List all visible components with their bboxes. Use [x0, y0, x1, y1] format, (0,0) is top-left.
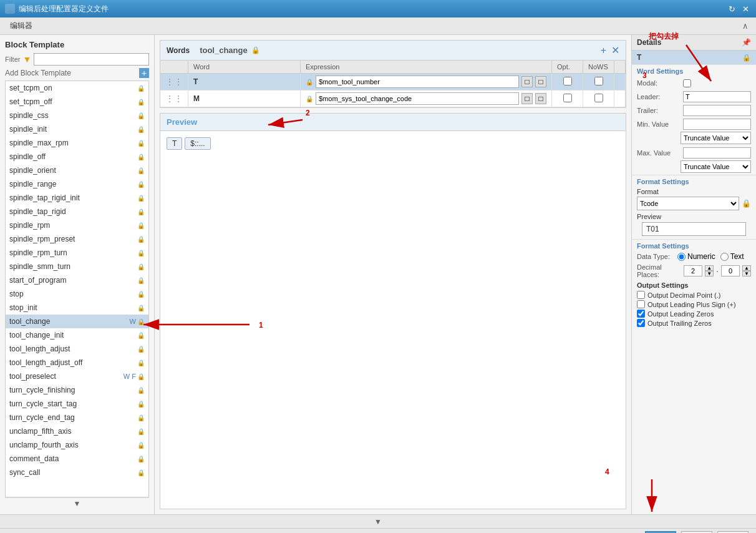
nows-checkbox[interactable]	[594, 77, 603, 86]
text-radio[interactable]	[720, 253, 729, 261]
sidebar-item[interactable]: stop_init🔒	[6, 301, 148, 315]
sidebar-item[interactable]: tool_length_adjust_off🔒	[6, 356, 148, 369]
sidebar-item[interactable]: spindle_off🔒	[6, 150, 148, 164]
sidebar-item[interactable]: spindle_range🔒	[6, 177, 148, 191]
editor-menu[interactable]: 编辑器	[5, 18, 37, 34]
trailer-label: Trailer:	[637, 107, 681, 114]
sidebar-item[interactable]: stop🔒	[6, 287, 148, 301]
bottom-scroll-bar[interactable]: ▼	[0, 514, 756, 528]
lock-icon: 🔒	[137, 332, 145, 339]
confirm-button[interactable]: 确定	[645, 531, 676, 534]
sidebar-item[interactable]: comment_data🔒	[6, 452, 148, 466]
close-word-button[interactable]: ✕	[611, 44, 619, 56]
max-truncate-select[interactable]: Truncate Value	[681, 160, 751, 173]
expression-input[interactable]	[316, 76, 519, 88]
main-container: Block Template Filter ▼ Add Block Templa…	[0, 35, 756, 514]
sidebar-item[interactable]: spindle_init🔒	[6, 122, 148, 136]
expr-lock-icon: 🔒	[306, 79, 313, 86]
numeric-radio[interactable]	[677, 253, 686, 261]
sidebar-item[interactable]: set_tcpm_on🔒	[6, 81, 148, 95]
numeric-radio-label[interactable]: Numeric	[677, 252, 715, 261]
close-button[interactable]: ✕	[740, 3, 751, 14]
scroll-down-arrow[interactable]: ▼	[5, 497, 149, 509]
output-plus-row: Output Leading Plus Sign (+)	[637, 300, 751, 309]
title-text: 编辑后处理配置器定义文件	[19, 4, 109, 14]
sidebar-item[interactable]: turn_cycle_start_tag🔒	[6, 397, 148, 411]
sidebar-item[interactable]: start_of_program🔒	[6, 273, 148, 287]
sidebar-item[interactable]: turn_cycle_end_tag🔒	[6, 411, 148, 424]
col-word-header: Word	[188, 61, 301, 74]
decimal2-spin-down[interactable]: ▼	[742, 271, 751, 276]
lock-icon: 🔒	[137, 208, 145, 215]
opt-checkbox[interactable]	[563, 94, 572, 102]
modal-label: Modal:	[637, 79, 681, 87]
modal-checkbox[interactable]	[683, 79, 691, 87]
expr-btn1[interactable]: □	[521, 76, 533, 87]
sidebar-item[interactable]: spindle_tap_rigid_init🔒	[6, 191, 148, 205]
min-value-input[interactable]	[683, 119, 751, 130]
sidebar-item[interactable]: unclamp_fourth_axis🔒	[6, 438, 148, 452]
sidebar-item[interactable]: sync_call🔒	[6, 466, 148, 479]
lock-icon: 🔒	[137, 112, 145, 119]
sidebar-item[interactable]: spindle_orient🔒	[6, 164, 148, 177]
sidebar-item[interactable]: spindle_smm_turn🔒	[6, 260, 148, 273]
decimal2-spin-up[interactable]: ▲	[742, 265, 751, 271]
sidebar-item[interactable]: turn_cycle_finishing🔒	[6, 383, 148, 397]
cancel-button[interactable]: 取消	[717, 531, 749, 534]
decimal-right-input[interactable]	[721, 265, 740, 276]
output-leading-zeros-checkbox[interactable]	[637, 310, 645, 318]
expr-btn2[interactable]: □	[535, 93, 546, 104]
table-row[interactable]: ⋮⋮ T 🔒 □ □	[160, 74, 626, 90]
format-lock-icon: 🔒	[742, 199, 751, 208]
filter-input[interactable]	[34, 53, 149, 66]
sidebar-item[interactable]: tool_length_adjust🔒	[6, 342, 148, 356]
format-select[interactable]: Tcode	[637, 197, 739, 210]
expr-btn1[interactable]: □	[521, 93, 533, 104]
lock-icon: 🔒	[137, 140, 145, 147]
lock-icon: 🔒	[137, 277, 145, 284]
output-plus-checkbox[interactable]	[637, 300, 645, 308]
refresh-button[interactable]: ↻	[726, 3, 737, 14]
sidebar-list: set_tcpm_on🔒 set_tcpm_off🔒 spindle_css🔒 …	[5, 81, 149, 497]
output-trailing-zeros-checkbox[interactable]	[637, 319, 645, 327]
lock-icon: 🔒	[137, 456, 145, 462]
expression-input[interactable]	[316, 92, 519, 105]
opt-checkbox[interactable]	[563, 77, 572, 86]
sidebar-item[interactable]: unclamp_fifth_axis🔒	[6, 424, 148, 438]
words-table: Word Expression Opt. NoWS ⋮⋮ T	[160, 61, 626, 107]
trailer-input[interactable]	[683, 105, 751, 116]
apply-button[interactable]: 应用	[681, 531, 712, 534]
decimal-spin-up[interactable]: ▲	[705, 265, 714, 271]
decimal-left-input[interactable]	[684, 265, 702, 276]
sidebar-item[interactable]: tool_preselectW F🔒	[6, 369, 148, 383]
sidebar-item[interactable]: spindle_max_rpm🔒	[6, 136, 148, 150]
decimal-spin-down[interactable]: ▼	[705, 271, 714, 276]
text-radio-label[interactable]: Text	[720, 252, 744, 261]
sidebar-item-tool-change[interactable]: tool_changeW🔒	[6, 315, 148, 328]
sidebar-item[interactable]: spindle_rpm_preset🔒	[6, 232, 148, 246]
expression-cell: 🔒 □ □	[301, 74, 552, 90]
sidebar-item[interactable]: set_tcpm_off🔒	[6, 95, 148, 109]
words-title-label: Words	[167, 46, 190, 55]
collapse-button[interactable]: ∧	[740, 21, 751, 32]
sidebar-item[interactable]: spindle_rpm🔒	[6, 218, 148, 232]
add-block-button[interactable]: +	[139, 68, 149, 78]
drag-handle-icon: ⋮⋮	[165, 94, 183, 104]
lock-icon: 🔒	[137, 387, 145, 394]
lock-icon: 🔒	[137, 250, 145, 257]
sidebar-item[interactable]: spindle_tap_rigid🔒	[6, 205, 148, 218]
lock-icon: 🔒	[137, 126, 145, 133]
add-word-button[interactable]: +	[601, 45, 606, 56]
output-decimal-checkbox[interactable]	[637, 291, 645, 299]
sidebar-item[interactable]: spindle_css🔒	[6, 109, 148, 122]
table-row[interactable]: ⋮⋮ M 🔒 □ □	[160, 90, 626, 107]
sidebar-item[interactable]: spindle_rpm_turn🔒	[6, 246, 148, 260]
col-scroll	[614, 61, 626, 74]
leader-input[interactable]	[683, 91, 751, 102]
nows-checkbox[interactable]	[594, 94, 603, 102]
sidebar-item[interactable]: tool_change_init🔒	[6, 328, 148, 342]
expr-btn2[interactable]: □	[535, 76, 546, 87]
row-spacer	[614, 74, 626, 90]
max-value-input[interactable]	[683, 147, 751, 159]
min-truncate-select[interactable]: Truncate Value	[681, 132, 751, 144]
